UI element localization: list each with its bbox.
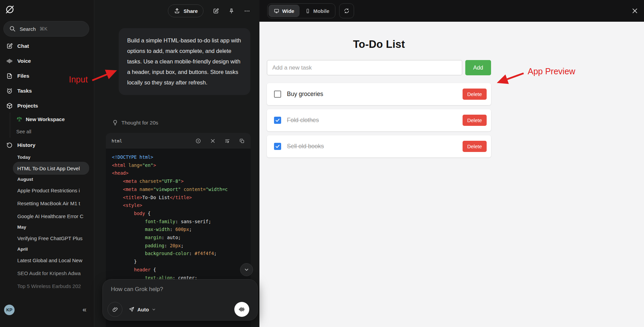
history-item[interactable]: Resetting MacBook Air M1 t: [13, 197, 89, 210]
smartphone-icon: [305, 8, 311, 14]
new-task-input[interactable]: [267, 60, 462, 75]
search-label: Search: [20, 26, 36, 32]
waveform-icon: [238, 306, 246, 313]
share-label: Share: [183, 8, 198, 14]
task-checkbox[interactable]: [274, 143, 281, 150]
run-code-icon[interactable]: [195, 138, 201, 144]
scroll-to-bottom-button[interactable]: [240, 263, 253, 276]
paperclip-icon: [112, 306, 118, 313]
model-mode-selector[interactable]: Auto: [129, 306, 156, 312]
lightbulb-icon: [112, 119, 118, 126]
history-item[interactable]: Latest Global and Local New: [13, 254, 89, 267]
code-line: <title>To-Do List</title>: [112, 194, 251, 202]
code-line: header {: [112, 266, 251, 274]
code-line: <html lang="en">: [112, 161, 251, 170]
sidebar-item-voice[interactable]: Voice: [0, 54, 94, 69]
viewport-toggle: Wide Mobile: [267, 3, 335, 18]
sidebar-nav: ChatVoiceFilesTasksProjects: [0, 39, 94, 113]
refresh-icon: [344, 8, 350, 14]
code-line: font-family: sans-serif;: [112, 218, 251, 226]
mode-label: Auto: [137, 307, 149, 312]
share-button[interactable]: Share: [168, 4, 203, 17]
sidebar-item-chat[interactable]: Chat: [0, 39, 94, 54]
code-line: <meta name="viewport" content="width=c: [112, 186, 251, 194]
code-language-label: html: [112, 138, 122, 143]
grok-app-window: Search ⌘K ChatVoiceFilesTasksProjects Ne…: [0, 0, 644, 327]
thought-toggle[interactable]: Thought for 20s: [112, 119, 158, 126]
pin-icon[interactable]: [228, 8, 235, 14]
sidebar-item-tasks[interactable]: Tasks: [0, 83, 94, 98]
preview-panel: Wide Mobile: [259, 0, 644, 327]
code-line: }: [112, 258, 251, 266]
collapse-code-icon[interactable]: [210, 138, 216, 144]
monitor-icon: [274, 8, 279, 14]
voice-mode-button[interactable]: [234, 302, 249, 317]
chat-panel: Share Build a simple HTML-based to-do li…: [94, 0, 259, 327]
copy-code-icon[interactable]: [239, 138, 245, 144]
search-icon: [9, 25, 16, 32]
avatar[interactable]: KP: [4, 305, 15, 315]
task-row: Buy groceriesDelete: [267, 83, 491, 105]
history-item[interactable]: SEO Audit for Kripesh Adwa: [13, 267, 89, 280]
see-all-link[interactable]: See all: [16, 126, 94, 138]
code-line: background-color: #f4f4f4;: [112, 250, 251, 258]
task-row: Fold clothesDelete: [267, 109, 491, 131]
search-shortcut: ⌘K: [40, 26, 47, 32]
refresh-preview-button[interactable]: [339, 3, 354, 18]
composer: Auto: [102, 279, 258, 321]
history-item[interactable]: Apple Product Restrictions i: [13, 184, 89, 197]
history-item[interactable]: Verifying Free ChatGPT Plus: [13, 232, 89, 245]
sidebar-item-projects[interactable]: Projects: [0, 98, 94, 113]
sidebar: Search ⌘K ChatVoiceFilesTasksProjects Ne…: [0, 0, 94, 327]
add-task-button[interactable]: Add: [465, 60, 491, 75]
todo-app: To-Do List Add Buy groceriesDeleteFold c…: [267, 38, 491, 161]
delete-task-button[interactable]: Delete: [463, 89, 487, 100]
mobile-label: Mobile: [313, 8, 330, 14]
grok-logo-icon[interactable]: [5, 5, 15, 14]
task-row: Sell old booksDelete: [267, 135, 491, 157]
history-item[interactable]: Google AI Healthcare Error C: [13, 210, 89, 223]
task-checkbox[interactable]: [274, 117, 281, 124]
chevron-down-icon: [152, 307, 156, 312]
close-preview-button[interactable]: [631, 7, 639, 15]
sidebar-item-new-workspace[interactable]: New Workspace: [16, 113, 94, 126]
scales-icon: [16, 116, 22, 122]
delete-task-button[interactable]: Delete: [463, 115, 487, 126]
collapse-sidebar-button[interactable]: «: [82, 305, 86, 313]
projects-children: New Workspace See all: [0, 113, 94, 138]
mobile-toggle[interactable]: Mobile: [300, 5, 334, 17]
voice-icon: [6, 58, 13, 64]
close-icon: [631, 7, 638, 14]
sidebar-item-label: Tasks: [17, 88, 32, 94]
compose-icon: [6, 43, 13, 50]
code-line: <!DOCTYPE html>: [112, 153, 251, 161]
task-list: Buy groceriesDeleteFold clothesDeleteSel…: [267, 83, 491, 157]
sidebar-item-history[interactable]: History: [0, 138, 94, 153]
chat-input[interactable]: [111, 284, 251, 295]
search-input[interactable]: Search ⌘K: [3, 21, 89, 37]
code-line: <head>: [112, 169, 251, 177]
delete-task-button[interactable]: Delete: [463, 141, 487, 152]
task-checkbox[interactable]: [274, 91, 281, 98]
sidebar-item-files[interactable]: Files: [0, 69, 94, 83]
attach-file-button[interactable]: [108, 302, 122, 317]
task-label: Buy groceries: [287, 91, 323, 98]
thought-label: Thought for 20s: [121, 120, 158, 126]
more-options-icon[interactable]: [244, 8, 250, 14]
history-item[interactable]: HTML To-Do List App Devel: [13, 162, 89, 175]
tasks-icon: [6, 88, 13, 94]
sidebar-item-label: Projects: [17, 103, 38, 109]
wrap-text-icon[interactable]: [225, 138, 230, 144]
history-label: History: [17, 142, 35, 148]
code-line: margin: auto;: [112, 234, 251, 242]
task-label: Fold clothes: [287, 117, 319, 124]
history-group-title: May: [0, 223, 94, 232]
code-line: padding: 20px;: [112, 242, 251, 250]
upload-icon: [174, 7, 180, 14]
code-block-header: html: [106, 133, 251, 149]
wide-toggle[interactable]: Wide: [269, 5, 299, 17]
wide-label: Wide: [282, 8, 294, 14]
code-line: max-width: 600px;: [112, 226, 251, 234]
edit-icon[interactable]: [213, 8, 219, 14]
history-item[interactable]: Top 5 Wireless Earbuds 202: [13, 280, 89, 292]
